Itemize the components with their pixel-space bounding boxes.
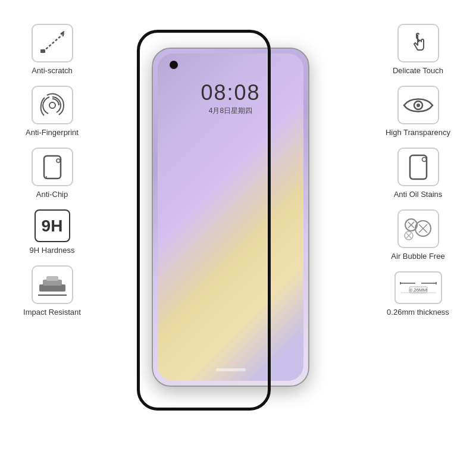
right-features-column: Delicate Touch High Transparency Anti <box>366 24 470 317</box>
bubble-icon <box>402 215 435 243</box>
anti-oil-stains-label: Anti Oil Stains <box>394 190 443 199</box>
feature-anti-fingerprint: Anti-Fingerprint <box>6 86 98 137</box>
svg-rect-15 <box>410 155 427 179</box>
anti-scratch-label: Anti-scratch <box>32 66 73 75</box>
main-container: Anti-scratch Anti-Fingerprint <box>0 0 476 476</box>
feature-delicate-touch: Delicate Touch <box>366 24 470 75</box>
9h-hardness-label: 9H Hardness <box>30 246 75 255</box>
feature-9h-hardness: 9H 9H Hardness <box>6 209 98 255</box>
impact-resistant-label: Impact Resistant <box>23 308 81 317</box>
glass-protector <box>137 30 271 411</box>
svg-line-0 <box>43 35 62 52</box>
feature-anti-scratch: Anti-scratch <box>6 24 98 75</box>
phone-wrapper: 08:08 4月8日星期四 <box>137 30 339 446</box>
feature-high-transparency: High Transparency <box>366 86 470 137</box>
delicate-touch-label: Delicate Touch <box>393 66 443 75</box>
anti-fingerprint-icon-box <box>32 86 73 124</box>
phone-center-area: 08:08 4月8日星期四 <box>104 0 372 476</box>
svg-rect-11 <box>46 276 58 281</box>
svg-point-14 <box>416 104 420 107</box>
thickness-icon: 0.26MM <box>397 276 439 300</box>
high-transparency-label: High Transparency <box>386 128 450 137</box>
chip-phone-icon <box>40 154 64 181</box>
feature-anti-oil-stains: Anti Oil Stains <box>366 148 470 199</box>
air-bubble-icon-box <box>397 209 439 248</box>
feature-thickness: 0.26MM 0.26mm thickness <box>366 271 470 317</box>
impact-icon <box>36 274 69 296</box>
impact-icon-box <box>32 265 73 304</box>
anti-oil-icon-box <box>397 148 439 186</box>
fingerprint-icon <box>39 92 66 119</box>
svg-point-5 <box>49 102 55 108</box>
thickness-icon-box: 0.26MM <box>394 271 442 304</box>
scratch-icon <box>38 30 67 57</box>
eye-icon <box>402 93 435 117</box>
anti-fingerprint-label: Anti-Fingerprint <box>26 128 79 137</box>
9h-icon-box: 9H <box>35 209 70 242</box>
feature-anti-chip: Anti-Chip <box>6 148 98 199</box>
anti-chip-icon-box <box>32 148 73 186</box>
feature-impact-resistant: Impact Resistant <box>6 265 98 317</box>
anti-oil-phone-icon <box>408 154 429 181</box>
svg-rect-4 <box>40 49 45 53</box>
delicate-touch-icon-box <box>397 24 439 62</box>
thickness-label: 0.26mm thickness <box>387 308 449 317</box>
high-transparency-icon-box <box>397 86 439 124</box>
anti-scratch-icon-box <box>32 24 73 62</box>
air-bubble-free-label: Air Bubble Free <box>391 252 444 261</box>
svg-point-7 <box>57 159 60 162</box>
feature-air-bubble-free: Air Bubble Free <box>366 209 470 261</box>
svg-text:0.26MM: 0.26MM <box>409 287 427 293</box>
anti-chip-label: Anti-Chip <box>36 190 68 199</box>
9h-text: 9H <box>42 217 63 236</box>
svg-point-16 <box>422 157 426 161</box>
left-features-column: Anti-scratch Anti-Fingerprint <box>6 24 98 317</box>
touch-icon <box>405 30 432 57</box>
